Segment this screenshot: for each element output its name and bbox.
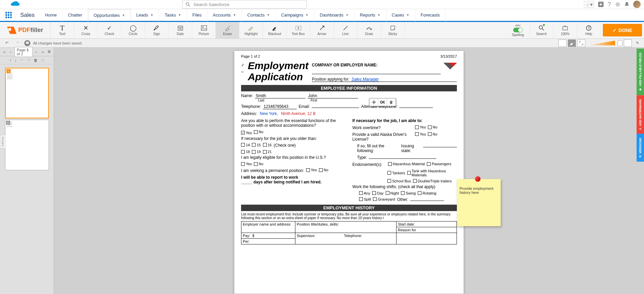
checkbox-18[interactable]: 18 — [241, 150, 250, 154]
checkbox-trailer[interactable]: Double/Triple trailers — [413, 179, 452, 183]
other-field[interactable] — [410, 201, 444, 201]
alt-tel-field[interactable] — [399, 108, 433, 108]
tool-date[interactable]: 15Date — [169, 22, 192, 38]
tab-fillable-fields[interactable]: ✚ADD FILLABLE FIELDS — [637, 49, 644, 95]
h-position[interactable]: Position title/duties, skills: — [295, 222, 397, 233]
tool-cross[interactable]: ✕Cross — [74, 22, 98, 38]
app-launcher-icon[interactable] — [3, 10, 13, 20]
move-up-icon[interactable]: ↑ — [9, 58, 11, 63]
nav-chatter[interactable]: Chatter — [62, 9, 88, 22]
move-down-icon[interactable]: ↓ — [15, 58, 17, 63]
checkbox-night[interactable]: Night — [386, 191, 399, 195]
canvas-area[interactable]: Page 1 of 2 3/13/2017 ✓ ○ Employment App… — [54, 48, 644, 294]
nav-dashboards[interactable]: Dashboards▼ — [314, 9, 354, 22]
box2-icon[interactable] — [624, 39, 632, 47]
tool-sticky[interactable]: Sticky — [381, 22, 405, 38]
done-button[interactable]: ✓ DONE — [603, 24, 642, 36]
tool-textbox[interactable]: TText Box — [287, 22, 310, 38]
tool-check[interactable]: ✓Check — [98, 22, 121, 38]
redo-icon[interactable]: ↷ — [27, 58, 30, 63]
checkbox-eligible-no[interactable]: No — [254, 162, 263, 166]
first-page-button[interactable]: « — [1, 48, 7, 56]
sticky-note[interactable]: Provide employment history here — [457, 179, 501, 226]
notifications-bell-icon[interactable] — [624, 2, 629, 7]
thumbnail-page-1[interactable]: 1 ploymentlication━━━━━━━━━━━━━━━━━━━━━━… — [5, 68, 49, 118]
help-icon[interactable]: ? — [608, 1, 611, 8]
nav-cases[interactable]: Cases▼ — [386, 9, 415, 22]
last-page-button[interactable]: » — [40, 48, 46, 56]
tool-search[interactable]: Search — [530, 22, 554, 38]
checkbox-any[interactable]: Any — [359, 191, 370, 195]
tool-spelling[interactable]: ABCSpelling — [506, 22, 530, 38]
checkbox-tankhaz[interactable]: Tank with Hazardous Materials — [407, 169, 457, 177]
state-field[interactable] — [423, 147, 457, 147]
pencil-icon[interactable]: ✎ — [633, 39, 641, 47]
size-slider[interactable] — [588, 41, 615, 46]
checkbox-lic-yes[interactable]: Yes — [415, 132, 426, 136]
salesforce-cloud-icon[interactable] — [10, 1, 20, 8]
checkbox-ot-yes[interactable]: Yes — [415, 125, 426, 129]
pdffiller-logo[interactable]: PDFfiller — [0, 22, 51, 38]
checkbox-bus[interactable]: School Bus — [387, 179, 411, 183]
eraser-mode-icon[interactable] — [568, 39, 576, 47]
prev-page-button[interactable]: ‹ — [8, 48, 13, 56]
h-super-cell[interactable]: Supervisor:Telephone: — [295, 233, 397, 244]
nav-tasks[interactable]: Tasks▼ — [159, 9, 187, 22]
type-field[interactable] — [369, 158, 436, 159]
tool-erase[interactable]: Erase — [216, 22, 239, 38]
address-field[interactable]: New York, Ninth Avenue, 12 B — [259, 111, 428, 116]
nav-reports[interactable]: Reports▼ — [354, 9, 386, 22]
redo-button[interactable]: ↷ — [13, 39, 22, 47]
checkbox-15[interactable]: 15 — [252, 143, 261, 147]
tool-arrow[interactable]: Arrow — [310, 22, 334, 38]
add-icon[interactable] — [598, 2, 604, 7]
tool-sign[interactable]: Sign — [145, 22, 169, 38]
global-search[interactable]: Search Salesforce — [182, 0, 307, 9]
undo-button[interactable]: ↶ — [3, 39, 11, 47]
email-field[interactable] — [312, 108, 359, 108]
undo-icon[interactable]: ↶ — [20, 58, 24, 63]
checkbox-21[interactable]: 21 — [263, 150, 272, 154]
nav-leads[interactable]: Leads▼ — [131, 9, 159, 22]
checkbox-perm-no[interactable]: No — [319, 168, 328, 172]
next-page-button[interactable]: › — [33, 48, 39, 56]
tool-blackout[interactable]: Blackout — [263, 22, 287, 38]
expand-icon[interactable] — [577, 39, 585, 47]
checkbox-haz[interactable]: Hazardous Material — [388, 162, 425, 166]
tool-circle[interactable]: ◯Circle — [121, 22, 145, 38]
h-start[interactable]: Start date: — [397, 222, 457, 227]
first-name-field[interactable]: John — [308, 93, 358, 98]
tool-draw[interactable]: Draw — [357, 22, 381, 38]
tool-help[interactable]: ?Help — [577, 22, 601, 38]
nav-forecasts[interactable]: Forecasts — [415, 9, 446, 22]
tool-picture[interactable]: Picture — [192, 22, 216, 38]
tab-watermark[interactable]: AADD WATERMARK — [637, 95, 644, 134]
checkbox-lic-no[interactable]: No — [428, 132, 437, 136]
checkbox-day[interactable]: Day — [372, 191, 384, 195]
tool-zoom[interactable]: 100% — [554, 22, 577, 38]
nav-campaigns[interactable]: Campaigns▼ — [276, 9, 315, 22]
ok-button[interactable]: OK — [378, 98, 387, 106]
telephone-field[interactable]: 12346785643 — [263, 104, 297, 109]
empty-box-icon[interactable] — [558, 39, 566, 47]
favorites-icon[interactable]: ☆▾ — [584, 1, 594, 8]
tool-line[interactable]: Line — [334, 22, 357, 38]
company-field[interactable] — [312, 69, 441, 74]
nav-files[interactable]: Files — [187, 9, 207, 22]
settings-gear-icon[interactable]: ⚙ — [47, 48, 52, 56]
nav-opportunities[interactable]: Opportunities▼ — [88, 9, 131, 22]
move-tool-icon[interactable] — [370, 98, 378, 106]
checkbox-14[interactable]: 14 — [241, 143, 250, 147]
checkbox-ot-no[interactable]: No — [428, 125, 437, 129]
position-value[interactable]: Sales Manager — [351, 77, 379, 82]
page-indicator[interactable]: Page 1 of 2 — [14, 47, 33, 57]
checkbox-tank[interactable]: Tankers — [387, 171, 405, 175]
h-employer[interactable]: Employer name and address: — [241, 222, 295, 233]
checkbox-no[interactable]: No — [254, 130, 263, 134]
slider-handle[interactable] — [618, 40, 622, 46]
pages-tab[interactable]: PAGES — [0, 135, 5, 148]
checkbox-grave[interactable]: Graveyard — [373, 197, 395, 201]
thumbnail-page-2[interactable]: 2 ━━━━━━━━━━━━━━━━━━━━━━━━━━━━━━━━ — [5, 120, 49, 170]
checkbox-16[interactable]: 16 — [263, 143, 272, 147]
delete-field-icon[interactable]: 🗑 — [387, 98, 396, 106]
